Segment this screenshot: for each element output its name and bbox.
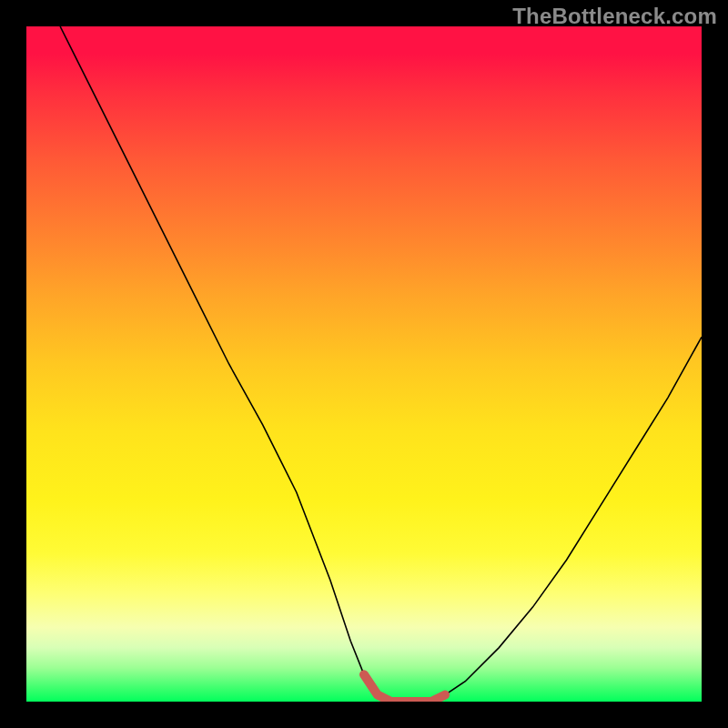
- chart-stage: TheBottleneck.com: [0, 0, 728, 728]
- watermark-text: TheBottleneck.com: [512, 4, 717, 29]
- bottleneck-emphasis-segment: [364, 674, 445, 702]
- curve-layer: [26, 26, 702, 702]
- plot-area: [26, 26, 702, 702]
- bottleneck-curve: [60, 26, 702, 702]
